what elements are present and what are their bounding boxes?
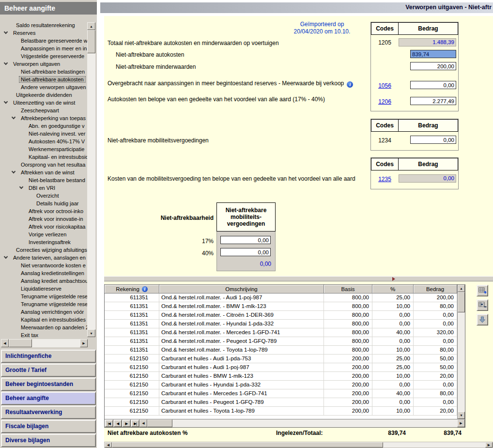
- scroll-down-button[interactable]: ▼: [458, 412, 465, 419]
- tree-item[interactable]: Niet-aftrekbare belastingen: [0, 68, 87, 76]
- scroll-right-button[interactable]: ▶: [457, 419, 465, 427]
- tree-item[interactable]: Overzicht: [0, 192, 87, 200]
- mobiliteitsvergoedingen-input[interactable]: [410, 136, 456, 144]
- tree-item[interactable]: Zeescheepvaart: [0, 107, 87, 114]
- scroll-right-button[interactable]: ▶: [80, 339, 88, 347]
- chevron-down-icon[interactable]: [4, 30, 8, 34]
- nav-button[interactable]: Beheer begintoestanden: [1, 378, 96, 391]
- tree-item[interactable]: Aanpassingen in meer en in: [0, 45, 87, 52]
- tree-item[interactable]: Verworpen uitgaven: [0, 60, 87, 68]
- tree-item[interactable]: Belastbare gereserveerde w: [0, 37, 87, 45]
- chevron-down-icon[interactable]: [4, 61, 8, 65]
- horizontal-splitter[interactable]: [104, 276, 493, 281]
- nav-button[interactable]: Grootte / Tarief: [1, 364, 96, 377]
- remove-row-button[interactable]: [477, 299, 488, 311]
- table-row[interactable]: 611351Ond.& herstel.roll.mater. - Peugeo…: [105, 337, 457, 346]
- scrollbar-thumb[interactable]: [458, 292, 465, 312]
- info-icon[interactable]: [347, 81, 353, 88]
- tree-item[interactable]: Aftrek voor risicokapitaa: [0, 223, 87, 231]
- tree-item[interactable]: Niet-belastbare bestand: [0, 176, 87, 184]
- table-row[interactable]: 611351Ond.& herstel.roll.mater. - Audi 1…: [105, 294, 457, 302]
- tree-item[interactable]: Investeringsaftrek: [0, 238, 87, 246]
- scroll-right-button[interactable]: ▶: [485, 442, 493, 448]
- table-row[interactable]: 612150Carburant et huiles - Audi 1-pda-7…: [105, 355, 457, 363]
- tree-item[interactable]: DBI en VRI: [0, 184, 87, 192]
- tree-item[interactable]: Exit tax: [0, 331, 87, 339]
- tree-item[interactable]: Andere tarieven, aanslagen en: [0, 254, 87, 262]
- tree-item[interactable]: Details huidig jaar: [0, 200, 87, 207]
- tree-item[interactable]: Aftrekbeperking van toepas: [0, 114, 87, 122]
- scrollbar-thumb[interactable]: [147, 419, 172, 427]
- tree-item[interactable]: Saldo resultatenrekening: [0, 21, 87, 29]
- table-row[interactable]: 612150Carburant et huiles - BMW 1-mlk-12…: [105, 372, 457, 381]
- tree-item[interactable]: Abn. en goedgunstige v: [0, 122, 87, 130]
- chevron-down-icon[interactable]: [12, 170, 15, 173]
- grid-vertical-scrollbar[interactable]: ▲ ▼: [457, 285, 465, 419]
- tree-horizontal-scrollbar[interactable]: ◀ ▶: [1, 339, 88, 347]
- tree-item[interactable]: Autokosten 40%-17% V: [0, 138, 87, 145]
- voordeel-input[interactable]: [410, 97, 456, 105]
- chevron-down-icon[interactable]: [4, 255, 8, 259]
- tree-item[interactable]: Niet-aftrekbare autokosten: [0, 76, 87, 83]
- info-icon[interactable]: [142, 286, 148, 292]
- scrollbar-track[interactable]: [112, 442, 485, 448]
- chevron-down-icon[interactable]: [4, 100, 8, 104]
- table-row[interactable]: 611351Ond.& herstel.roll.mater. - Toyota…: [105, 346, 457, 355]
- tree-item[interactable]: Meerwaarden op aandelen 2: [0, 324, 87, 331]
- tree-item[interactable]: Vorige verliezen: [0, 231, 87, 238]
- tree-item[interactable]: Reserves: [0, 29, 87, 37]
- scroll-left-button[interactable]: ◀: [1, 339, 9, 347]
- tree-item[interactable]: Uiteenzetting van de winst: [0, 99, 87, 107]
- code-1206-link[interactable]: 1206: [378, 98, 391, 105]
- tree-item[interactable]: Vrijgestelde gereserveerde: [0, 52, 87, 60]
- chevron-down-icon[interactable]: [19, 185, 23, 189]
- tree-item[interactable]: Uitgekeerde dividenden: [0, 91, 87, 99]
- pct40-input[interactable]: [220, 248, 271, 256]
- overgebracht-input[interactable]: [410, 81, 456, 89]
- first-record-button[interactable]: |◀: [105, 419, 113, 427]
- add-row-button[interactable]: [477, 285, 488, 296]
- pct17-input[interactable]: [220, 236, 271, 244]
- previous-record-button[interactable]: ◀: [113, 419, 122, 427]
- nav-button[interactable]: Diverse bijlagen: [1, 434, 96, 447]
- main-horizontal-scrollbar[interactable]: ◀ ▶: [104, 442, 493, 448]
- table-row[interactable]: 611351Ond.& herstel.roll.mater. - BMW 1-…: [105, 302, 457, 311]
- scroll-left-button[interactable]: ◀: [139, 419, 147, 427]
- tree-item[interactable]: Liquidatiereserve: [0, 285, 87, 293]
- tree-item[interactable]: Aanslag verrichtingen vóór: [0, 308, 87, 316]
- tree-item[interactable]: Oorsprong van het resultaa: [0, 161, 87, 169]
- tree-item[interactable]: Niet verantwoorde kosten e: [0, 262, 87, 269]
- autokosten-input[interactable]: [410, 50, 456, 58]
- minderwaarden-input[interactable]: [410, 62, 456, 70]
- tree-item[interactable]: Terugname vrijgestelde rese: [0, 300, 87, 308]
- table-row[interactable]: 611351Ond.& herstel.roll.mater. - Citroë…: [105, 311, 457, 320]
- nav-button[interactable]: Resultaatverwerking: [1, 406, 96, 419]
- scrollbar-track[interactable]: [458, 292, 465, 412]
- grid-horizontal-scrollbar[interactable]: ◀ ▶: [139, 419, 465, 427]
- tree-item[interactable]: Terugname vrijgestelde rese: [0, 293, 87, 300]
- scrollbar-thumb[interactable]: [112, 442, 383, 448]
- tree-item[interactable]: Aftrek voor octrooi-inko: [0, 207, 87, 215]
- tree-item[interactable]: Werknemersparticipatie: [0, 145, 87, 153]
- table-row[interactable]: 612150Carburant et huiles - Audi 1-poj-9…: [105, 363, 457, 372]
- tree-item[interactable]: Kapitaal- en intrestsubsid: [0, 153, 87, 161]
- scrollbar-track[interactable]: [9, 339, 80, 347]
- scrollbar-thumb[interactable]: [87, 30, 95, 53]
- scroll-up-button[interactable]: ▲: [458, 285, 465, 292]
- last-record-button[interactable]: ▶|: [131, 419, 139, 427]
- table-row[interactable]: 612150Carburant et huiles - Toyota 1-lop…: [105, 407, 457, 416]
- nav-button[interactable]: Inlichtingenfiche: [1, 350, 96, 363]
- tree-vertical-scrollbar[interactable]: ▲ ▼: [87, 22, 95, 337]
- tree-item[interactable]: Niet-naleving invest. ver: [0, 130, 87, 138]
- scrollbar-track[interactable]: [147, 419, 457, 427]
- next-record-button[interactable]: ▶: [122, 419, 131, 427]
- nav-button[interactable]: Fiscale bijlagen: [1, 420, 96, 433]
- scrollbar-track[interactable]: [87, 30, 95, 329]
- table-row[interactable]: 611351Ond.& herstel.roll.mater. - Merced…: [105, 328, 457, 337]
- tree-item[interactable]: Aanslag krediet ambachtsou: [0, 277, 87, 285]
- code-1235-link[interactable]: 1235: [378, 176, 391, 183]
- tree-item[interactable]: Andere verworpen uitgaven: [0, 83, 87, 91]
- tree-item[interactable]: Kapitaal en intrestsubsidies l: [0, 316, 87, 324]
- table-row[interactable]: 612150Carburant et huiles - Peugeot 1-GF…: [105, 398, 457, 407]
- tree-item[interactable]: Correcties wijziging afsluitingsda: [0, 246, 87, 254]
